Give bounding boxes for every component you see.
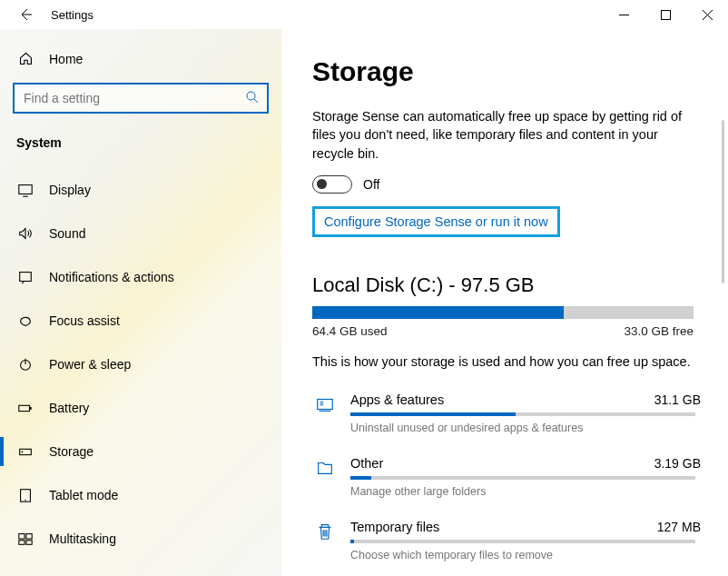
svg-rect-15 — [318, 399, 333, 409]
configure-link-highlight: Configure Storage Sense or run it now — [312, 206, 560, 237]
sound-icon — [16, 225, 34, 242]
close-button[interactable] — [686, 0, 728, 29]
sidebar-item-tablet[interactable]: Tablet mode — [0, 473, 281, 517]
window-title: Settings — [51, 8, 93, 22]
search-input[interactable] — [24, 91, 245, 105]
sidebar-item-focus-assist[interactable]: Focus assist — [0, 299, 281, 343]
search-icon — [245, 90, 260, 107]
power-icon — [16, 356, 34, 372]
category-other[interactable]: Other3.19 GB Manage other large folders — [312, 451, 701, 514]
svg-point-10 — [25, 500, 25, 501]
scrollbar[interactable] — [722, 120, 724, 283]
sidebar-item-power[interactable]: Power & sleep — [0, 343, 281, 386]
usage-description: This is how your storage is used and how… — [312, 354, 701, 369]
storage-icon — [16, 443, 34, 460]
sidebar-item-storage[interactable]: Storage — [0, 430, 281, 473]
home-label: Home — [49, 52, 83, 66]
sidebar-item-notifications[interactable]: Notifications & actions — [0, 255, 281, 299]
multitasking-icon — [16, 531, 34, 547]
svg-rect-2 — [19, 185, 32, 194]
disk-used-label: 64.4 GB used — [312, 324, 388, 338]
disk-heading: Local Disk (C:) - 97.5 GB — [312, 273, 701, 297]
back-button[interactable] — [11, 0, 40, 29]
sidebar-item-home[interactable]: Home — [0, 42, 281, 75]
svg-rect-14 — [26, 541, 32, 545]
category-apps[interactable]: Apps & features31.1 GB Uninstall unused … — [312, 387, 701, 451]
sidebar-item-battery[interactable]: Battery — [0, 386, 281, 430]
content-pane: Storage Storage Sense can automatically … — [281, 29, 728, 576]
tablet-icon — [16, 487, 34, 503]
display-icon — [16, 182, 34, 198]
search-box[interactable] — [13, 83, 269, 114]
disk-free-label: 33.0 GB free — [624, 324, 694, 338]
configure-storage-sense-link[interactable]: Configure Storage Sense or run it now — [324, 214, 548, 229]
svg-point-1 — [247, 92, 255, 100]
svg-rect-3 — [20, 273, 32, 282]
titlebar: Settings — [0, 0, 728, 29]
svg-rect-13 — [19, 541, 25, 545]
apps-icon — [312, 392, 338, 434]
trash-icon — [312, 520, 338, 561]
folder-icon — [312, 456, 338, 498]
sidebar-item-display[interactable]: Display — [0, 168, 281, 212]
category-temp[interactable]: Temporary files127 MB Choose which tempo… — [312, 514, 701, 576]
svg-rect-6 — [30, 407, 32, 410]
svg-rect-12 — [26, 534, 32, 539]
svg-rect-5 — [19, 405, 30, 411]
sidebar-item-multitasking[interactable]: Multitasking — [0, 517, 281, 561]
page-title: Storage — [312, 56, 701, 87]
storage-sense-toggle[interactable] — [312, 175, 352, 194]
toggle-state-label: Off — [363, 177, 379, 192]
svg-rect-11 — [19, 534, 25, 539]
maximize-button[interactable] — [644, 0, 686, 29]
svg-rect-0 — [661, 10, 670, 19]
battery-icon — [16, 400, 34, 416]
notifications-icon — [16, 269, 34, 285]
focus-assist-icon — [16, 313, 34, 329]
minimize-button[interactable] — [603, 0, 644, 29]
storage-sense-description: Storage Sense can automatically free up … — [312, 107, 701, 163]
sidebar-item-sound[interactable]: Sound — [0, 212, 281, 255]
disk-usage-bar — [312, 306, 694, 319]
home-icon — [16, 51, 34, 66]
svg-point-8 — [22, 452, 24, 453]
sidebar-section-system: System — [0, 130, 281, 168]
sidebar: Home System Display Sound Notifications … — [0, 29, 281, 576]
